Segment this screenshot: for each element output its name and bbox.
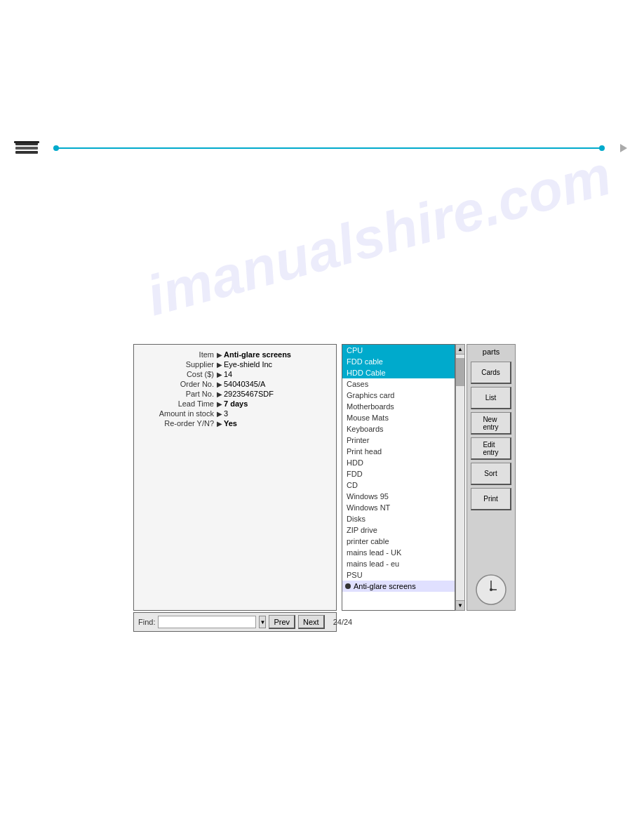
sort-button[interactable]: Sort <box>471 463 511 485</box>
list-item[interactable]: Printer <box>342 435 455 446</box>
list-scrollbar[interactable]: ▲ ▼ <box>455 344 465 611</box>
record-field-label: Order No. <box>140 380 217 388</box>
record-field-label: Supplier <box>140 360 217 369</box>
record-field-value: 14 <box>224 370 232 378</box>
list-item-label: Anti-glare screens <box>354 582 416 590</box>
list-button[interactable]: List <box>471 387 511 409</box>
cards-label: Cards <box>481 369 500 376</box>
record-field-value: Anti-glare screens <box>224 350 291 359</box>
record-field-label: Re-order Y/N? <box>140 419 217 428</box>
list-item[interactable]: Keyboards <box>342 423 455 435</box>
scrollbar-track[interactable] <box>456 355 464 600</box>
play-button[interactable] <box>616 141 630 155</box>
svg-point-8 <box>490 588 492 591</box>
list-item[interactable]: Disks <box>342 513 455 524</box>
list-item[interactable]: mains lead - eu <box>342 558 455 569</box>
slider-track[interactable] <box>53 147 605 149</box>
find-bar: Find: ▼ Prev Next 24/24 <box>133 612 337 632</box>
find-dropdown-button[interactable]: ▼ <box>259 616 266 628</box>
record-row: Item▶Anti-glare screens <box>137 350 333 359</box>
list-item[interactable]: FDD cable <box>342 356 455 367</box>
right-panel: parts CardsListNew entryEdit entrySortPr… <box>467 344 516 611</box>
edit-entry-button[interactable]: Edit entry <box>471 437 511 460</box>
list-item-active[interactable]: Anti-glare screens <box>342 581 455 592</box>
record-panel: Item▶Anti-glare screensSupplier▶Eye-shie… <box>133 344 337 611</box>
record-field-label: Lead Time <box>140 399 217 408</box>
record-field-value: Eye-shield Inc <box>224 360 272 369</box>
svg-rect-2 <box>15 151 38 154</box>
slider-left-handle[interactable] <box>53 145 59 151</box>
list-item[interactable]: Motherboards <box>342 401 455 412</box>
list-item[interactable]: Windows NT <box>342 502 455 513</box>
prev-button[interactable]: Prev <box>269 615 295 629</box>
record-field-label: Cost ($) <box>140 370 217 378</box>
edit-entry-label: Edit entry <box>483 441 498 456</box>
panel-title: parts <box>483 348 499 356</box>
toolbar <box>14 137 630 159</box>
print-label: Print <box>483 495 498 503</box>
record-row: Order No.▶54040345/A <box>137 380 333 388</box>
sort-label: Sort <box>484 470 497 477</box>
record-field-label: Amount in stock <box>140 409 217 418</box>
list-item[interactable]: Print head <box>342 446 455 457</box>
find-label: Find: <box>138 618 155 626</box>
list-item[interactable]: HDD <box>342 457 455 468</box>
record-row: Re-order Y/N?▶Yes <box>137 419 333 428</box>
watermark: imanualshire.com <box>140 143 618 329</box>
scrollbar-up-button[interactable]: ▲ <box>456 345 464 355</box>
record-field-value: 54040345/A <box>224 380 265 388</box>
record-row: Part No.▶29235467SDF <box>137 390 333 398</box>
list-item[interactable]: HDD Cable <box>342 367 455 378</box>
record-counter: 24/24 <box>333 618 353 626</box>
svg-marker-4 <box>620 144 627 152</box>
record-field-value: 29235467SDF <box>224 390 274 398</box>
list-item[interactable]: Graphics card <box>342 390 455 401</box>
list-panel[interactable]: CPUFDD cableHDD CableCasesGraphics cardM… <box>342 344 455 611</box>
find-input[interactable] <box>158 616 256 628</box>
list-label: List <box>485 394 497 402</box>
record-field-value: 7 days <box>224 399 248 408</box>
next-button[interactable]: Next <box>298 615 325 629</box>
list-item[interactable]: PSU <box>342 569 455 581</box>
list-item[interactable]: Windows 95 <box>342 491 455 502</box>
list-item[interactable]: CPU <box>342 345 455 356</box>
list-item[interactable]: mains lead - UK <box>342 547 455 558</box>
record-field-label: Part No. <box>140 390 217 398</box>
list-item[interactable]: Cases <box>342 378 455 390</box>
svg-rect-3 <box>14 141 39 143</box>
list-item[interactable]: ZIP drive <box>342 524 455 536</box>
record-row: Cost ($)▶14 <box>137 370 333 378</box>
record-row: Supplier▶Eye-shield Inc <box>137 360 333 369</box>
record-field-value: Yes <box>224 419 237 428</box>
scrollbar-thumb[interactable] <box>456 358 464 386</box>
active-indicator <box>345 583 351 589</box>
print-button[interactable]: Print <box>471 488 511 510</box>
record-field-value: 3 <box>224 409 228 418</box>
record-field-label: Item <box>140 350 217 359</box>
book-icon <box>14 137 42 159</box>
clock <box>471 572 511 607</box>
list-item[interactable]: CD <box>342 479 455 491</box>
record-row: Amount in stock▶3 <box>137 409 333 418</box>
slider-right-handle[interactable] <box>599 145 605 151</box>
list-item[interactable]: printer cable <box>342 536 455 547</box>
new-entry-label: New entry <box>483 416 498 431</box>
new-entry-button[interactable]: New entry <box>471 412 511 435</box>
record-row: Lead Time▶7 days <box>137 399 333 408</box>
list-item[interactable]: FDD <box>342 468 455 479</box>
cards-button[interactable]: Cards <box>471 362 511 384</box>
scrollbar-down-button[interactable]: ▼ <box>456 600 464 610</box>
list-item[interactable]: Mouse Mats <box>342 412 455 423</box>
svg-rect-1 <box>15 147 38 150</box>
